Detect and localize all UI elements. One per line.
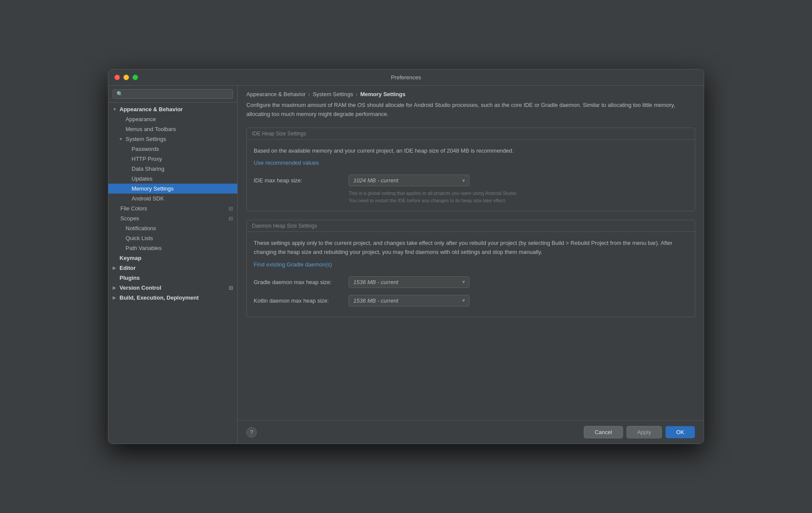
description-text: Configure the maximum amount of RAM the … (246, 101, 695, 119)
sidebar-item-appearance[interactable]: Appearance (108, 114, 237, 124)
sidebar-item-label: Version Control (120, 285, 161, 291)
expand-arrow: ▼ (113, 107, 118, 112)
kotlin-daemon-label: Kotlin daemon max heap size: (254, 297, 340, 304)
expand-arrow: ▼ (119, 137, 124, 141)
sidebar-item-label: Memory Settings (132, 185, 174, 192)
sidebar-item-label: HTTP Proxy (132, 156, 162, 162)
sidebar-item-label: Editor (120, 265, 136, 271)
sidebar-item-build-execution[interactable]: ▶ Build, Execution, Deployment (108, 293, 237, 303)
sidebar-item-label: Data Sharing (132, 166, 164, 172)
gradle-daemon-row: Gradle daemon max heap size: 512 MB 750 … (254, 276, 688, 288)
preferences-window: Preferences 🔍 ▼ Appearance & Behavior (108, 69, 704, 444)
breadcrumb-part3: Memory Settings (360, 91, 406, 97)
sidebar-item-appearance-behavior[interactable]: ▼ Appearance & Behavior (108, 104, 237, 114)
breadcrumb-sep1: › (308, 91, 310, 97)
settings-icon: ⊟ (229, 285, 233, 291)
sidebar-item-file-colors[interactable]: File Colors ⊟ (108, 203, 237, 213)
sidebar-item-passwords[interactable]: Passwords (108, 144, 237, 154)
daemon-heap-section: Daemon Heap Size Settings These settings… (246, 220, 695, 317)
sidebar-item-label: Passwords (132, 146, 159, 152)
sidebar-item-path-variables[interactable]: Path Variables (108, 243, 237, 253)
ide-heap-header: IDE Heap Size Settings (247, 128, 695, 140)
sidebar-item-label: Notifications (126, 225, 156, 231)
recommendation-text: Based on the available memory and your c… (254, 147, 688, 156)
sidebar-item-memory-settings[interactable]: Memory Settings (108, 184, 237, 194)
traffic-lights (114, 75, 138, 80)
sidebar-item-label: Quick Lists (126, 235, 153, 241)
sidebar-item-label: Plugins (120, 275, 140, 281)
find-gradle-daemon-link[interactable]: Find existing Gradle daemon(s) (254, 261, 332, 268)
sidebar-item-updates[interactable]: Updates (108, 174, 237, 184)
breadcrumb: Appearance & Behavior › System Settings … (238, 86, 704, 101)
sidebar-item-plugins[interactable]: Plugins (108, 273, 237, 283)
kotlin-daemon-select[interactable]: 512 MB 750 MB 1024 MB 1536 MB - current … (349, 295, 469, 307)
sidebar-item-label: File Colors (120, 205, 147, 212)
sidebar-item-data-sharing[interactable]: Data Sharing (108, 164, 237, 174)
sidebar-tree: ▼ Appearance & Behavior Appearance Menus… (108, 103, 237, 444)
search-input-wrap[interactable]: 🔍 (113, 89, 233, 99)
ide-heap-select[interactable]: 512 MB 750 MB 1024 MB - current 2048 MB … (349, 175, 469, 186)
search-icon: 🔍 (116, 91, 123, 97)
breadcrumb-sep2: › (356, 91, 358, 97)
gradle-daemon-select-wrap: 512 MB 750 MB 1024 MB 1536 MB - current … (349, 276, 469, 288)
ok-button[interactable]: OK (665, 426, 695, 438)
sidebar-item-label: Path Variables (126, 245, 162, 251)
sidebar-item-label: Updates (132, 175, 152, 182)
minimize-button[interactable] (123, 75, 129, 80)
maximize-button[interactable] (132, 75, 138, 80)
bottom-bar: ? Cancel Apply OK (238, 420, 704, 444)
sidebar-item-http-proxy[interactable]: HTTP Proxy (108, 154, 237, 164)
close-button[interactable] (114, 75, 120, 80)
settings-icon: ⊟ (229, 206, 233, 212)
sidebar-item-quick-lists[interactable]: Quick Lists (108, 233, 237, 243)
cancel-button[interactable]: Cancel (584, 426, 623, 438)
content-scroll: Configure the maximum amount of RAM the … (238, 101, 704, 420)
daemon-heap-body: These settings apply only to the current… (247, 232, 695, 317)
main-content: 🔍 ▼ Appearance & Behavior Appearance (108, 86, 704, 444)
kotlin-daemon-select-wrap: 512 MB 750 MB 1024 MB 1536 MB - current … (349, 295, 469, 307)
gradle-daemon-select[interactable]: 512 MB 750 MB 1024 MB 1536 MB - current … (349, 276, 469, 288)
gradle-daemon-label: Gradle daemon max heap size: (254, 279, 340, 285)
sidebar-item-label: System Settings (126, 136, 166, 142)
ide-heap-label: IDE max heap size: (254, 177, 340, 184)
use-recommended-link[interactable]: Use recommended values (254, 160, 319, 166)
sidebar-item-editor[interactable]: ▶ Editor (108, 263, 237, 273)
content-area: Appearance & Behavior › System Settings … (238, 86, 704, 444)
breadcrumb-part1: Appearance & Behavior (246, 91, 305, 97)
kotlin-daemon-row: Kotlin daemon max heap size: 512 MB 750 … (254, 295, 688, 307)
search-bar: 🔍 (108, 86, 237, 103)
daemon-heap-header: Daemon Heap Size Settings (247, 220, 695, 232)
sidebar-item-label: Build, Execution, Deployment (120, 294, 198, 301)
sidebar-item-label: Scopes (120, 215, 139, 222)
search-input[interactable] (126, 91, 229, 97)
sidebar-item-notifications[interactable]: Notifications (108, 223, 237, 233)
breadcrumb-part2: System Settings (313, 91, 353, 97)
sidebar-item-label: Appearance (126, 116, 156, 122)
action-buttons: Cancel Apply OK (584, 426, 695, 438)
help-button[interactable]: ? (246, 427, 257, 438)
sidebar-item-menus-toolbars[interactable]: Menus and Toolbars (108, 124, 237, 134)
window-title: Preferences (391, 74, 421, 81)
title-bar: Preferences (108, 69, 704, 86)
sidebar-item-version-control[interactable]: ▶ Version Control ⊟ (108, 283, 237, 293)
sidebar-item-label: Android SDK (132, 195, 164, 202)
sidebar: 🔍 ▼ Appearance & Behavior Appearance (108, 86, 238, 444)
ide-heap-hint: This is a global setting that applies to… (349, 190, 688, 204)
apply-button[interactable]: Apply (626, 426, 662, 438)
sidebar-item-label: Menus and Toolbars (126, 126, 176, 132)
ide-heap-row: IDE max heap size: 512 MB 750 MB 1024 MB… (254, 175, 688, 186)
sidebar-item-android-sdk[interactable]: Android SDK (108, 194, 237, 203)
sidebar-item-label: Keymap (120, 255, 142, 261)
settings-icon: ⊟ (229, 216, 233, 222)
ide-heap-section: IDE Heap Size Settings Based on the avai… (246, 128, 695, 212)
sidebar-item-scopes[interactable]: Scopes ⊟ (108, 213, 237, 223)
sidebar-item-label: Appearance & Behavior (120, 106, 183, 113)
ide-heap-select-wrap: 512 MB 750 MB 1024 MB - current 2048 MB … (349, 175, 469, 186)
ide-heap-body: Based on the available memory and your c… (247, 140, 695, 211)
sidebar-item-system-settings[interactable]: ▼ System Settings (108, 134, 237, 144)
sidebar-item-keymap[interactable]: Keymap (108, 253, 237, 263)
daemon-description: These settings apply only to the current… (254, 239, 688, 257)
